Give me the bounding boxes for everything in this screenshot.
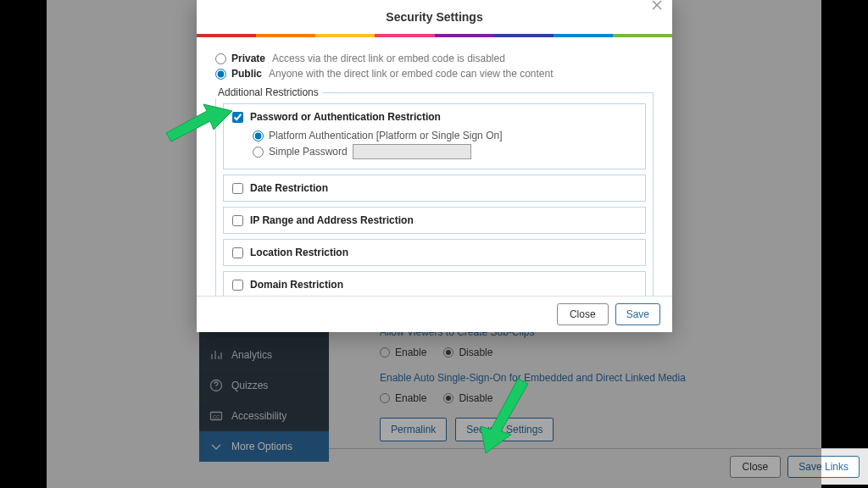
security-settings-dialog: Security Settings Private Access via the… [197, 0, 672, 332]
private-label: Private [231, 53, 265, 64]
public-desc: Anyone with the direct link or embed cod… [269, 68, 554, 80]
chevron-down-icon [209, 440, 223, 453]
domain-restriction-box: Domain Restriction [223, 271, 646, 298]
dialog-title: Security Settings [386, 10, 482, 24]
close-icon[interactable] [647, 0, 667, 15]
bg-close-button[interactable]: Close [730, 456, 782, 478]
auth-simple[interactable]: Simple Password [253, 144, 637, 159]
ip-restriction-label: IP Range and Address Restriction [250, 214, 414, 226]
sso-disable[interactable]: Disable [443, 392, 492, 404]
domain-restriction-check[interactable]: Domain Restriction [232, 279, 637, 291]
sidebar-item-more-options[interactable]: More Options [199, 431, 329, 462]
subclips-disable[interactable]: Disable [443, 347, 492, 358]
additional-restrictions: Additional Restrictions Password or Auth… [215, 86, 654, 304]
sidebar-item-quizzes[interactable]: Quizzes [199, 370, 329, 401]
simple-password-input[interactable] [353, 144, 471, 159]
sso-title: Enable Auto Single-Sign-On for Embedded … [380, 372, 851, 384]
sidebar-label: Accessibility [231, 410, 287, 422]
sidebar-label: More Options [231, 441, 292, 452]
opt-label: Enable [395, 347, 426, 358]
sidebar-item-accessibility[interactable]: CC Accessibility [199, 401, 329, 431]
sidebar: Comments Analytics Quizzes CC Accessibil… [199, 309, 329, 462]
privacy-public[interactable]: Public Anyone with the direct link or em… [215, 68, 654, 80]
save-links-button[interactable]: Save Links [787, 456, 860, 478]
opt-label: Disable [459, 392, 492, 404]
sso-enable[interactable]: Enable [380, 392, 426, 404]
opt-label: Enable [395, 392, 426, 404]
dialog-close-button[interactable]: Close [557, 303, 609, 325]
simple-label: Simple Password [269, 146, 348, 158]
location-restriction-box: Location Restriction [223, 239, 646, 266]
date-restriction-label: Date Restriction [250, 182, 328, 194]
date-restriction-check[interactable]: Date Restriction [232, 182, 637, 194]
opt-label: Disable [459, 347, 492, 358]
subclips-enable[interactable]: Enable [380, 347, 426, 358]
sidebar-label: Analytics [231, 349, 272, 361]
permalink-button[interactable]: Permalink [380, 418, 447, 441]
public-label: Public [231, 68, 262, 80]
sidebar-label: Quizzes [231, 380, 268, 391]
cc-icon: CC [209, 409, 223, 423]
domain-restriction-label: Domain Restriction [250, 279, 343, 291]
ip-restriction-check[interactable]: IP Range and Address Restriction [232, 214, 637, 226]
bars-icon [209, 348, 223, 362]
dialog-footer: Close Save [197, 296, 672, 332]
password-auth-box: Password or Authentication Restriction P… [223, 103, 646, 169]
privacy-private[interactable]: Private Access via the direct link or em… [215, 53, 654, 64]
svg-text:CC: CC [213, 413, 220, 419]
ip-restriction-box: IP Range and Address Restriction [223, 207, 646, 234]
sidebar-item-analytics[interactable]: Analytics [199, 340, 329, 370]
question-icon [209, 379, 223, 392]
platform-label: Platform Authentication [Platform or Sin… [269, 130, 502, 141]
date-restriction-box: Date Restriction [223, 175, 646, 202]
dialog-save-button[interactable]: Save [615, 303, 660, 325]
location-restriction-label: Location Restriction [250, 247, 348, 258]
security-settings-button[interactable]: Security Settings [455, 418, 554, 441]
private-desc: Access via the direct link or embed code… [272, 53, 505, 64]
location-restriction-check[interactable]: Location Restriction [232, 247, 637, 258]
svg-point-1 [215, 388, 216, 389]
auth-platform[interactable]: Platform Authentication [Platform or Sin… [253, 130, 637, 141]
password-auth-label: Password or Authentication Restriction [250, 111, 441, 123]
bg-footer: Close Save Links [329, 448, 868, 485]
password-auth-check[interactable]: Password or Authentication Restriction [232, 111, 637, 123]
restrictions-legend: Additional Restrictions [214, 86, 322, 98]
